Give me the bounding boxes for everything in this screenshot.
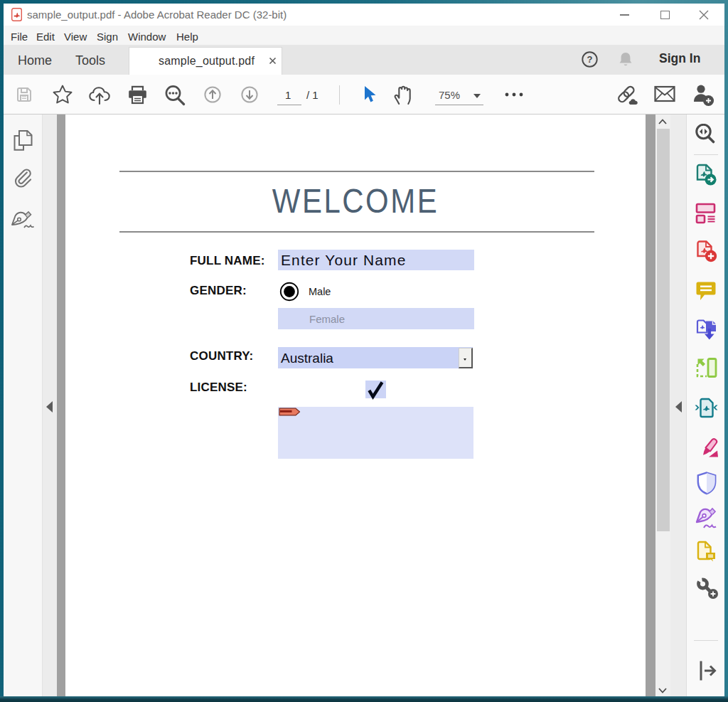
svg-text:?: ? [587, 54, 593, 65]
